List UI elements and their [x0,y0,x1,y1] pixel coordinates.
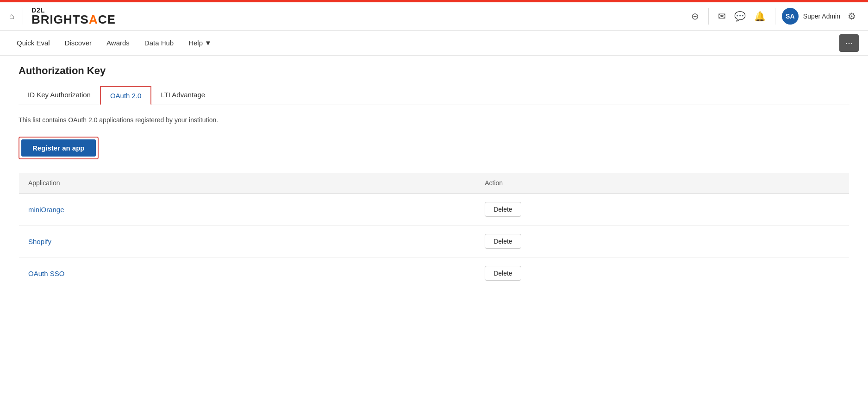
tab-lti[interactable]: LTI Advantage [151,86,214,105]
tab-id-key[interactable]: ID Key Authorization [19,86,100,105]
home-icon[interactable]: ⌂ [9,12,14,21]
applications-table: Application Action miniOrange Delete Sho… [19,172,849,289]
header-divider-2 [708,8,709,25]
description-text: This list contains OAuth 2.0 application… [19,116,849,124]
app-name-shopify: Shopify [19,226,476,258]
app-name-oauth-sso: OAuth SSO [19,258,476,289]
action-cell-shopify: Delete [475,226,849,258]
nav-awards[interactable]: Awards [99,31,137,55]
nav-help[interactable]: Help ▼ [181,31,219,55]
nav-data-hub[interactable]: Data Hub [137,31,181,55]
app-name-miniorange: miniOrange [19,194,476,226]
table-row: OAuth SSO Delete [19,258,849,289]
register-app-button[interactable]: Register an app [21,139,96,157]
avatar[interactable]: SA [782,8,799,25]
navbar: Quick Eval Discover Awards Data Hub Help… [0,31,868,56]
nav-more-button[interactable]: ⋯ [839,34,859,52]
app-link-shopify[interactable]: Shopify [28,238,51,245]
table-header-row: Application Action [19,173,849,194]
super-admin-label: Super Admin [803,13,840,20]
logo-brightspace: BRIGHTSACE [31,13,116,25]
delete-button-miniorange[interactable]: Delete [485,202,521,217]
header-divider-3 [775,8,775,25]
bell-icon[interactable]: 🔔 [751,8,768,25]
header: ⌂ D2L BRIGHTSACE ⊝ ✉ 💬 🔔 SA Super Admin … [0,2,868,31]
logo-accent: A [89,13,98,26]
settings-icon[interactable]: ⚙ [845,8,859,25]
action-cell-miniorange: Delete [475,194,849,226]
help-chevron-icon: ▼ [205,39,212,47]
chat-icon[interactable]: 💬 [731,8,749,25]
header-left: ⌂ D2L BRIGHTSACE [9,7,116,25]
table-row: miniOrange Delete [19,194,849,226]
delete-button-shopify[interactable]: Delete [485,234,521,249]
page-title: Authorization Key [19,65,849,77]
col-header-action: Action [475,173,849,194]
nav-discover[interactable]: Discover [57,31,99,55]
col-header-application: Application [19,173,476,194]
action-cell-oauth-sso: Delete [475,258,849,289]
tabs: ID Key Authorization OAuth 2.0 LTI Advan… [19,86,849,105]
apps-icon[interactable]: ⊝ [688,8,702,25]
header-divider-1 [23,8,23,25]
app-link-miniorange[interactable]: miniOrange [28,206,64,214]
app-link-oauth-sso[interactable]: OAuth SSO [28,270,64,277]
tab-oauth2[interactable]: OAuth 2.0 [100,86,152,105]
mail-icon[interactable]: ✉ [715,8,729,25]
logo: D2L BRIGHTSACE [31,7,116,25]
header-right: ⊝ ✉ 💬 🔔 SA Super Admin ⚙ [688,8,859,25]
table-row: Shopify Delete [19,226,849,258]
nav-quick-eval[interactable]: Quick Eval [9,31,57,55]
main-content: Authorization Key ID Key Authorization O… [0,56,868,299]
register-btn-wrapper: Register an app [19,137,99,159]
delete-button-oauth-sso[interactable]: Delete [485,266,521,281]
